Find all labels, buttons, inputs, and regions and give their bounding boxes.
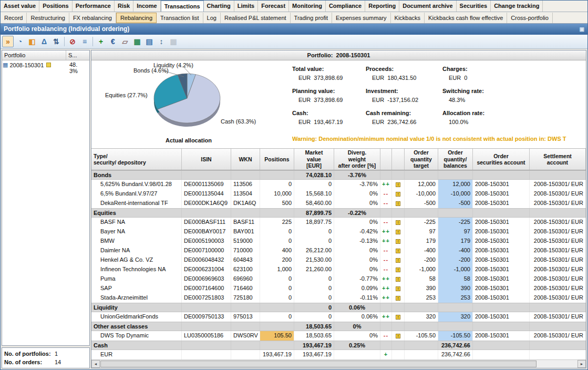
- table-row-sap[interactable]: SAPDE0007164600716460000.09%++!390390200…: [91, 284, 586, 293]
- order-count-value: 14: [55, 358, 61, 366]
- delta-button[interactable]: Δ: [38, 36, 50, 47]
- col-header-order-securities-account[interactable]: Order securities account: [473, 149, 530, 170]
- subtab-kickbacks-cash-flow-effective[interactable]: Kickbacks cash flow effective: [425, 13, 507, 23]
- chart-orders-button[interactable]: ▦: [131, 36, 143, 47]
- cell-order-quantity-balance[interactable]: -500: [438, 199, 473, 208]
- table-row-henkel-ag-co-vz[interactable]: Henkel AG & Co. VZDE00060484326048432002…: [91, 255, 586, 265]
- scrollbar-thumb[interactable]: [100, 361, 537, 367]
- col-header-blank[interactable]: [392, 149, 405, 170]
- allocation-pie-button[interactable]: ◔: [14, 36, 26, 47]
- group-row-bonds[interactable]: Bonds74,028.10-3.76%: [91, 170, 586, 180]
- tab-compliance[interactable]: Compliance: [326, 1, 365, 12]
- table-row-stada-arzneimittel[interactable]: Stada-ArzneimittelDE000725180372518000-0…: [91, 293, 586, 303]
- table-row-bmw[interactable]: BMWDE000519000351900000-0.13%++!17917920…: [91, 237, 586, 246]
- clear-orders-button[interactable]: ▱: [119, 36, 131, 47]
- col-header-positions[interactable]: Positions: [260, 149, 294, 170]
- cell-order-quantity-balance[interactable]: 179: [438, 237, 473, 246]
- add-order-button[interactable]: +: [95, 36, 107, 47]
- col-header-wkn[interactable]: WKN: [231, 149, 260, 170]
- order-book-button[interactable]: ▤: [143, 36, 155, 47]
- cell-market-value: 21,260.00: [294, 265, 334, 274]
- cell-order-quantity-balance[interactable]: -1,000: [438, 265, 473, 274]
- tab-transactions[interactable]: Transactions: [161, 1, 204, 12]
- tab-securities[interactable]: Securities: [457, 1, 491, 12]
- col-header-market-value-eur[interactable]: Market value [EUR]: [294, 149, 334, 170]
- subtab-rebalancing[interactable]: Rebalancing: [116, 13, 157, 23]
- cell-order-quantity-balance[interactable]: -400: [438, 246, 473, 255]
- portfolio-list-item[interactable]: ▦ 2008-150301 48.3%: [2, 60, 89, 75]
- tab-performance[interactable]: Performance: [73, 1, 115, 12]
- col-header-blank[interactable]: [380, 149, 392, 170]
- window-pin-icon[interactable]: ▣: [580, 24, 584, 35]
- settings-sliders-button[interactable]: ≡: [79, 36, 90, 47]
- tab-income[interactable]: Income: [133, 1, 161, 12]
- order-sort-button[interactable]: ⇅: [50, 36, 62, 47]
- tab-risk[interactable]: Risk: [115, 1, 133, 12]
- table-row-bayer-na[interactable]: Bayer NADE000BAY0017BAY00100-0.42%++!979…: [91, 227, 586, 237]
- filter-off-button[interactable]: ⊘: [67, 36, 78, 47]
- cell-order-quantity-balance[interactable]: 12,000: [438, 180, 473, 189]
- table-row-daimler-na[interactable]: Daimler NADE000710000071000040026,212.00…: [91, 246, 586, 255]
- table-row-uniongeldmarktfonds[interactable]: UnionGeldmarktFondsDE0009750133975013000…: [91, 312, 586, 322]
- table-row-dekarent-international-tf[interactable]: DekaRent-international TFDE000DK1A6Q9DK1…: [91, 199, 586, 208]
- col-header-settlement-account[interactable]: Settlement account: [530, 149, 586, 170]
- tab-charting[interactable]: Charting: [204, 1, 234, 12]
- group-row-equities[interactable]: Equities87,899.75-0.22%: [91, 208, 586, 218]
- cell-order-quantity-balance[interactable]: -10,000: [438, 189, 473, 199]
- subtab-record[interactable]: Record: [1, 13, 27, 23]
- col-header-order-quantity-target[interactable]: Order quantity target: [405, 149, 438, 170]
- portfolio-column-header[interactable]: Portfolio: [2, 50, 66, 60]
- cell-order-quantity-balance[interactable]: 97: [438, 227, 473, 237]
- renumber-button[interactable]: ↕: [156, 36, 167, 47]
- cell-order-quantity-balance[interactable]: -105.50: [438, 331, 473, 341]
- table-row-basf-na[interactable]: BASF NADE000BASF111BASF1122518,897.750%-…: [91, 218, 586, 227]
- table-row-puma[interactable]: PumaDE000696960369696000-0.77%++!5858200…: [91, 274, 586, 284]
- subtab-kickbacks[interactable]: Kickbacks: [391, 13, 425, 23]
- tab-forecast[interactable]: Forecast: [258, 1, 289, 12]
- subtab-transaction-list[interactable]: Transaction list: [157, 13, 203, 23]
- tab-limits[interactable]: Limits: [234, 1, 258, 12]
- col-header-diverg-weight-after-order[interactable]: Diverg. weight after order [%]: [334, 149, 380, 170]
- tab-monitoring[interactable]: Monitoring: [289, 1, 326, 12]
- cell-order-quantity-balance[interactable]: 253: [438, 293, 473, 303]
- col-header-order-quantity-balances[interactable]: Order quantity/ balances: [438, 149, 473, 170]
- table-row-dws-top-dynamic[interactable]: DWS Top DynamicLU0350005186DWS0RV105.501…: [91, 331, 586, 341]
- tab-positions[interactable]: Positions: [39, 1, 73, 12]
- group-row-other-asset-classes[interactable]: Other asset classes18,503.650%: [91, 322, 586, 331]
- cell-order-quantity-balance[interactable]: 390: [438, 284, 473, 293]
- scrollbar-track[interactable]: [537, 360, 577, 368]
- scroll-right-button[interactable]: ►: [577, 360, 586, 368]
- subtab-trading-profit[interactable]: Trading profit: [291, 13, 332, 23]
- cell-order-quantity-balance[interactable]: -225: [438, 218, 473, 227]
- target-structure-button[interactable]: ◧: [26, 36, 38, 47]
- group-row-cash[interactable]: Cash193,467.190.25%236,742.66: [91, 341, 586, 350]
- col-header-type-security-depository[interactable]: Type/ security/ depository: [91, 149, 182, 170]
- expand-panel-button[interactable]: »: [2, 36, 14, 47]
- tab-document-archive[interactable]: Document archive: [399, 1, 456, 12]
- cell-order-quantity-balance[interactable]: -200: [438, 255, 473, 265]
- col-header-isin[interactable]: ISIN: [182, 149, 231, 170]
- summary-value: EUR 193,467.19: [298, 119, 366, 125]
- subtab-restructuring[interactable]: Restructuring: [27, 13, 69, 23]
- cell-order-quantity-balance[interactable]: 320: [438, 312, 473, 322]
- subtab-cross-portfolio[interactable]: Cross-portfolio: [507, 13, 553, 23]
- status-column-header[interactable]: S...: [66, 50, 89, 60]
- subtab-realised-p-l-statement[interactable]: Realised P&L statement: [221, 13, 291, 23]
- subtab-fx-rebalancing[interactable]: FX rebalancing: [69, 13, 116, 23]
- summary-cash-remaining: Cash remaining:EUR 236,742.66: [366, 110, 442, 132]
- table-row-6-5-bundanl-v-97-27[interactable]: 6,5% Bundanl.V.97/27DE000113504411350410…: [91, 189, 586, 199]
- euro-button[interactable]: €: [107, 36, 119, 47]
- subtab-expenses-summary[interactable]: Expenses summary: [332, 13, 391, 23]
- tab-asset-value[interactable]: Asset value: [1, 1, 39, 12]
- table-row-eur[interactable]: EUR193,467.19193,467.19+236,742.66: [91, 350, 586, 359]
- table-row-infineon-technologies-na[interactable]: Infineon Technologies NADE00062310046231…: [91, 265, 586, 274]
- cell-wkn: 710000: [231, 246, 260, 255]
- subtab-log[interactable]: Log: [203, 13, 221, 23]
- cell-divergence: -0.77%: [334, 274, 380, 284]
- table-row-5-625-bundanl-v-98-01-28[interactable]: 5,625% Bundanl.V.98/01.28DE0001135069113…: [91, 180, 586, 189]
- tab-change-tracking[interactable]: Change tracking: [491, 1, 543, 12]
- scroll-left-button[interactable]: ◄: [91, 360, 100, 368]
- tab-reporting[interactable]: Reporting: [365, 1, 399, 12]
- cell-order-quantity-balance[interactable]: 58: [438, 274, 473, 284]
- group-row-liquidity[interactable]: Liquidity00.06%: [91, 303, 586, 312]
